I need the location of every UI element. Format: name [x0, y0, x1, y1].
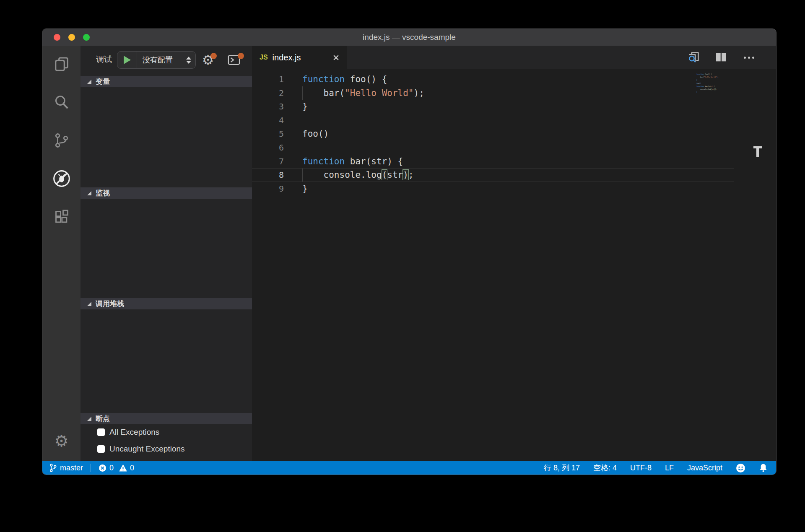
debug-toolbar: 调试 没有配置 ⚙ [80, 46, 252, 70]
close-window-button[interactable] [54, 34, 60, 41]
minimap-line: bar("Hello World"); [696, 75, 737, 78]
minimap-line: function bar(str) { [696, 85, 737, 88]
editor-pane: JS index.js [252, 46, 776, 461]
section-breakpoints[interactable]: 断点 [80, 413, 252, 424]
vscode-window: index.js — vscode-sample [42, 29, 776, 475]
code-line-1[interactable]: 1function foo() { [252, 73, 734, 86]
minimap-line: console.log(str); [696, 88, 737, 91]
editor-actions [686, 46, 756, 69]
twistie-icon [87, 80, 91, 84]
debug-icon[interactable] [52, 169, 71, 188]
debug-config-label: 没有配置 [137, 55, 186, 65]
twistie-icon [87, 191, 91, 195]
split-editor-icon[interactable] [714, 50, 728, 65]
checkbox[interactable] [97, 428, 105, 436]
code-line-2[interactable]: 2 bar("Hello World"); [252, 86, 734, 100]
notification-badge [238, 53, 244, 59]
extensions-icon[interactable] [52, 208, 71, 226]
debug-sidebar: 调试 没有配置 ⚙ [80, 46, 252, 461]
minimap-line: } [696, 78, 737, 81]
line-number[interactable]: 4 [252, 114, 284, 127]
line-number[interactable]: 1 [252, 73, 284, 86]
problems-indicator[interactable]: 0 0 [99, 464, 134, 472]
close-tab-icon[interactable] [333, 54, 339, 61]
code-line-4[interactable]: 4 [252, 114, 734, 127]
indent-guide [302, 169, 303, 182]
search-icon[interactable] [52, 93, 71, 112]
debug-console-button[interactable] [224, 51, 244, 69]
indentation-indicator[interactable]: 空格: 4 [593, 463, 617, 473]
line-content[interactable]: console.log(str); [302, 169, 414, 182]
code-line-8[interactable]: 8 console.log(str); [252, 168, 734, 182]
minimap-line: foo() [696, 82, 737, 85]
line-content[interactable]: } [302, 100, 308, 114]
git-branch-indicator[interactable]: master [49, 463, 83, 472]
line-content[interactable]: function bar(str) { [302, 155, 403, 169]
line-number[interactable]: 6 [252, 141, 284, 155]
code-line-7[interactable]: 7function bar(str) { [252, 155, 734, 169]
error-icon [99, 464, 106, 472]
language-mode[interactable]: JavaScript [687, 464, 722, 472]
window-title: index.js — vscode-sample [42, 29, 776, 46]
breakpoint-uncaught-exceptions[interactable]: Uncaught Exceptions [80, 441, 252, 457]
line-number[interactable]: 3 [252, 100, 284, 114]
checkbox[interactable] [97, 445, 105, 453]
line-number[interactable]: 7 [252, 155, 284, 169]
minimap[interactable]: function foo() { bar("Hello World");}foo… [696, 73, 737, 94]
twistie-icon [87, 302, 91, 306]
indent-guide [302, 86, 303, 100]
more-actions-icon[interactable] [742, 50, 756, 65]
branch-icon [49, 463, 57, 472]
minimap-line: function foo() { [696, 73, 737, 75]
tab-index-js[interactable]: JS index.js [252, 46, 347, 69]
minimap-line: } [696, 91, 737, 93]
line-number[interactable]: 2 [252, 86, 284, 100]
section-call-stack[interactable]: 调用堆栈 [80, 298, 252, 309]
warning-icon [119, 464, 127, 472]
start-debug-button[interactable] [117, 52, 137, 68]
line-content[interactable]: foo() [302, 127, 329, 141]
cursor-position[interactable]: 行 8, 列 17 [544, 463, 580, 473]
status-bar: master 0 0 行 8, 列 17 [42, 461, 776, 475]
eol-indicator[interactable]: LF [665, 464, 674, 472]
code-editor[interactable]: 1function foo() {2 bar("Hello World");3}… [252, 69, 776, 461]
code-line-6[interactable]: 6 [252, 141, 734, 155]
code-line-3[interactable]: 3} [252, 100, 734, 114]
code-line-5[interactable]: 5foo() [252, 127, 734, 141]
play-icon [124, 56, 131, 64]
line-number[interactable]: 9 [252, 182, 284, 196]
dropdown-spinner-icon [186, 57, 191, 64]
feedback-smiley-icon[interactable] [736, 463, 745, 473]
tab-bar: JS index.js [252, 46, 776, 69]
debug-config-dropdown[interactable]: 没有配置 [117, 51, 196, 69]
code-line-9[interactable]: 9} [252, 182, 734, 196]
find-in-files-icon[interactable] [686, 50, 701, 65]
line-number[interactable]: 5 [252, 127, 284, 141]
line-content[interactable]: function foo() { [302, 73, 387, 86]
scrollbar-decoration [753, 146, 762, 157]
zoom-window-button[interactable] [83, 34, 90, 41]
minimize-window-button[interactable] [68, 34, 75, 41]
encoding-indicator[interactable]: UTF-8 [630, 464, 652, 472]
activity-bar: ⚙ [42, 46, 80, 461]
title-bar[interactable]: index.js — vscode-sample [42, 29, 776, 46]
notification-badge [210, 53, 217, 59]
source-control-icon[interactable] [52, 131, 71, 150]
line-content[interactable]: bar("Hello World"); [302, 86, 424, 100]
line-content[interactable]: } [302, 182, 308, 196]
section-watch[interactable]: 监视 [80, 187, 252, 199]
debug-panel-title: 调试 [96, 51, 112, 68]
configure-debug-button[interactable]: ⚙ [199, 51, 217, 69]
explorer-icon[interactable] [52, 55, 71, 73]
settings-gear-icon[interactable]: ⚙ [52, 432, 71, 450]
javascript-file-icon: JS [260, 54, 268, 61]
line-number[interactable]: 8 [252, 169, 284, 182]
divider [91, 464, 91, 472]
breakpoint-all-exceptions[interactable]: All Exceptions [80, 424, 252, 441]
section-variables[interactable]: 变量 [80, 76, 252, 87]
notifications-bell-icon[interactable] [759, 463, 768, 473]
twistie-icon [87, 417, 91, 421]
